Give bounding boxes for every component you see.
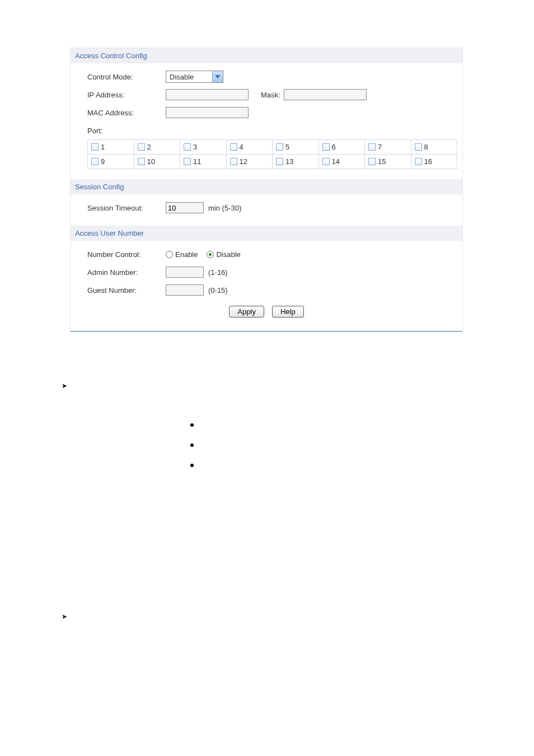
port-16[interactable]: 16 — [411, 155, 458, 169]
section-header-access-user: Access User Number — [71, 226, 462, 241]
port-label-text: 13 — [285, 157, 293, 166]
apply-button[interactable]: Apply — [229, 306, 264, 318]
port-label-text: 9 — [101, 157, 105, 166]
arrow-icon: ➤ — [62, 613, 453, 620]
radio-label-enable: Enable — [175, 250, 198, 259]
port-label-text: 2 — [147, 143, 151, 151]
port-label-text: 5 — [285, 143, 289, 151]
label-number-control: Number Control: — [87, 250, 166, 259]
row-session-timeout: Session Timeout: min (5-30) — [71, 199, 462, 217]
bullet-icon — [190, 444, 194, 447]
label-guest-number: Guest Number: — [87, 286, 166, 295]
number-control-enable[interactable]: Enable — [166, 250, 198, 259]
label-control-mode: Control Mode: — [87, 73, 166, 81]
port-1[interactable]: 1 — [88, 140, 134, 155]
checkbox-icon — [91, 158, 99, 165]
port-15[interactable]: 15 — [365, 155, 411, 169]
radio-icon — [207, 251, 214, 258]
checkbox-icon — [415, 143, 422, 151]
port-label-text: 8 — [424, 143, 428, 151]
label-session-timeout: Session Timeout: — [87, 204, 166, 212]
checkbox-icon — [322, 158, 330, 165]
port-3[interactable]: 3 — [180, 140, 227, 155]
label-mask: Mask: — [261, 91, 280, 99]
button-row: Apply Help — [71, 299, 462, 326]
port-2[interactable]: 2 — [134, 140, 181, 155]
port-11[interactable]: 11 — [180, 155, 227, 169]
port-label-text: 15 — [378, 157, 386, 166]
mask-input[interactable] — [284, 89, 367, 100]
radio-label-disable: Disable — [216, 250, 240, 259]
admin-number-hint: (1-16) — [208, 268, 228, 277]
label-ip-address: IP Address: — [87, 91, 166, 99]
checkbox-icon — [138, 143, 145, 151]
checkbox-icon — [184, 143, 191, 151]
checkbox-icon — [368, 158, 376, 165]
port-label-text: 3 — [193, 143, 197, 151]
session-timeout-hint: min (5-30) — [208, 204, 241, 212]
row-guest-number: Guest Number: (0-15) — [71, 281, 462, 299]
control-mode-value: Disable — [166, 71, 212, 82]
help-button[interactable]: Help — [272, 306, 304, 318]
section-body-access-user: Number Control: Enable Disable Admin Num… — [71, 241, 462, 331]
port-14[interactable]: 14 — [319, 155, 366, 169]
arrow-icon: ➤ — [62, 382, 453, 390]
section-body-session: Session Timeout: min (5-30) — [71, 194, 462, 226]
guest-number-hint: (0-15) — [208, 286, 228, 295]
port-5[interactable]: 5 — [273, 140, 319, 155]
config-panel: Access Control Config Control Mode: Disa… — [70, 48, 463, 332]
port-label-text: 7 — [378, 143, 382, 151]
port-label-text: 6 — [332, 143, 336, 151]
checkbox-icon — [230, 158, 237, 165]
row-admin-number: Admin Number: (1-16) — [71, 263, 462, 281]
decorative-bullets: ➤ ➤ — [62, 382, 453, 620]
label-port: Port: — [87, 127, 166, 135]
port-grid: 1 2 3 4 5 6 7 8 9 10 11 12 13 14 15 16 — [87, 139, 457, 169]
checkbox-icon — [91, 143, 99, 151]
port-label-text: 16 — [424, 157, 432, 166]
number-control-disable[interactable]: Disable — [207, 250, 240, 259]
row-mac-address: MAC Address: — [71, 104, 462, 122]
radio-icon — [166, 251, 173, 258]
bullet-icon — [190, 423, 194, 427]
dot-list — [190, 423, 453, 467]
port-label-text: 4 — [240, 143, 243, 151]
port-13[interactable]: 13 — [273, 155, 319, 169]
section-body-access-control: Control Mode: Disable IP Address: Mask: … — [71, 63, 462, 179]
admin-number-input[interactable] — [166, 267, 204, 278]
port-4[interactable]: 4 — [227, 140, 273, 155]
mac-address-input[interactable] — [166, 107, 249, 118]
control-mode-select[interactable]: Disable — [166, 71, 223, 83]
checkbox-icon — [276, 158, 283, 165]
port-label-text: 11 — [193, 157, 201, 166]
port-8[interactable]: 8 — [411, 140, 458, 155]
port-label-text: 14 — [332, 157, 340, 166]
row-control-mode: Control Mode: Disable — [71, 68, 462, 86]
label-mac-address: MAC Address: — [87, 109, 166, 117]
row-ip-address: IP Address: Mask: — [71, 86, 462, 104]
section-header-access-control: Access Control Config — [71, 48, 462, 63]
row-number-control: Number Control: Enable Disable — [71, 245, 462, 263]
port-label-text: 1 — [101, 143, 105, 151]
checkbox-icon — [230, 143, 237, 151]
number-control-radiogroup: Enable Disable — [166, 250, 241, 259]
checkbox-icon — [138, 158, 145, 165]
checkbox-icon — [322, 143, 330, 151]
checkbox-icon — [368, 143, 376, 151]
checkbox-icon — [276, 143, 283, 151]
row-port-label: Port: — [71, 122, 462, 139]
bullet-icon — [190, 464, 194, 467]
port-7[interactable]: 7 — [365, 140, 411, 155]
chevron-down-icon — [212, 71, 223, 82]
port-9[interactable]: 9 — [88, 155, 134, 169]
port-12[interactable]: 12 — [227, 155, 273, 169]
port-label-text: 12 — [240, 157, 247, 166]
section-header-session: Session Config — [71, 179, 462, 194]
checkbox-icon — [184, 158, 191, 165]
session-timeout-input[interactable] — [166, 202, 204, 213]
port-label-text: 10 — [147, 157, 155, 166]
port-10[interactable]: 10 — [134, 155, 181, 169]
port-6[interactable]: 6 — [319, 140, 366, 155]
guest-number-input[interactable] — [166, 284, 204, 296]
ip-address-input[interactable] — [166, 89, 249, 100]
